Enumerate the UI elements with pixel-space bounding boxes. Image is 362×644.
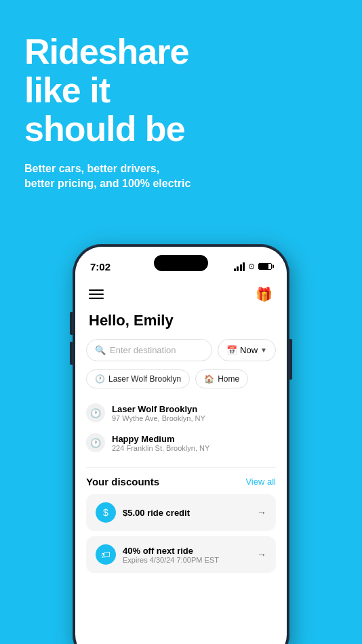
wifi-icon: ⊙ <box>248 262 255 271</box>
discount-card-1[interactable]: 🏷 40% off next ride Expires 4/30/24 7:00… <box>86 536 276 573</box>
recent-list: 🕐 Laser Wolf Brooklyn 97 Wythe Ave, Broo… <box>75 398 287 467</box>
recent-text-0: Laser Wolf Brooklyn 97 Wythe Ave, Brookl… <box>112 404 205 422</box>
app-header: 🎁 <box>75 277 287 309</box>
discount-info-1: 40% off next ride Expires 4/30/24 7:00PM… <box>123 546 219 564</box>
hero-title-line2: like it <box>24 71 110 110</box>
recent-history-icon-1: 🕐 <box>86 433 105 452</box>
discounts-header: Your discounts View all <box>86 476 276 487</box>
chip-label-0: Laser Wolf Brooklyn <box>108 374 181 384</box>
phone-outer: 7:02 ⊙ <box>73 244 289 644</box>
phone-mockup: 7:02 ⊙ <box>73 244 289 644</box>
greeting-text: Hello, Emily <box>89 312 174 329</box>
recent-text-1: Happy Medium 224 Franklin St, Brooklyn, … <box>112 434 209 452</box>
search-icon: 🔍 <box>95 345 106 355</box>
recent-name-1: Happy Medium <box>112 434 209 444</box>
quick-chip-0[interactable]: 🕐 Laser Wolf Brooklyn <box>86 369 190 388</box>
dynamic-island <box>154 255 208 271</box>
hero-title-line1: Rideshare <box>24 32 188 71</box>
time-picker-label: Now <box>240 345 258 355</box>
chip-label-1: Home <box>218 374 239 384</box>
chip-history-icon: 🕐 <box>95 374 105 384</box>
recent-item-1[interactable]: 🕐 Happy Medium 224 Franklin St, Brooklyn… <box>86 428 276 458</box>
status-icons: ⊙ <box>234 262 273 271</box>
view-all-button[interactable]: View all <box>245 477 276 487</box>
discount-expires-1: Expires 4/30/24 7:00PM EST <box>123 556 219 564</box>
discount-card-0[interactable]: $ $5.00 ride credit → <box>86 494 276 531</box>
battery-icon <box>258 263 272 270</box>
discount-name-0: $5.00 ride credit <box>123 508 190 518</box>
recent-name-0: Laser Wolf Brooklyn <box>112 404 205 414</box>
destination-placeholder: Enter destination <box>110 345 176 355</box>
discounts-title: Your discounts <box>86 476 159 487</box>
chip-home-icon: 🏠 <box>204 374 214 384</box>
discount-info-0: $5.00 ride credit <box>123 508 190 518</box>
hero-title-line3: should be <box>24 109 185 148</box>
hero-title: Rideshare like it should be <box>24 33 338 149</box>
gift-button[interactable]: 🎁 <box>254 285 273 304</box>
signal-icon <box>234 262 245 271</box>
recent-history-icon-0: 🕐 <box>86 403 105 422</box>
greeting-section: Hello, Emily <box>75 309 287 339</box>
status-time: 7:02 <box>90 261 110 273</box>
recent-address-1: 224 Franklin St, Brooklyn, NY <box>112 444 209 452</box>
discounts-section: Your discounts View all $ $5.00 ride cre… <box>75 468 287 584</box>
discount-left-0: $ $5.00 ride credit <box>96 502 190 523</box>
hamburger-menu-button[interactable] <box>89 289 104 299</box>
recent-address-0: 97 Wythe Ave, Brooklyn, NY <box>112 414 205 422</box>
quick-chips: 🕐 Laser Wolf Brooklyn 🏠 Home <box>75 369 287 398</box>
discount-arrow-icon-0: → <box>257 507 266 518</box>
time-picker-button[interactable]: 📅 Now ▼ <box>218 339 276 361</box>
discount-left-1: 🏷 40% off next ride Expires 4/30/24 7:00… <box>96 544 219 565</box>
dollar-icon: $ <box>96 502 116 523</box>
phone-screen: 7:02 ⊙ <box>75 247 287 644</box>
calendar-icon: 📅 <box>226 345 237 355</box>
hero-subtitle: Better cars, better drivers,better prici… <box>24 161 338 192</box>
recent-item-0[interactable]: 🕐 Laser Wolf Brooklyn 97 Wythe Ave, Broo… <box>86 398 276 428</box>
hero-section: Rideshare like it should be Better cars,… <box>0 0 362 191</box>
discount-name-1: 40% off next ride <box>123 546 219 556</box>
quick-chip-1[interactable]: 🏠 Home <box>195 369 248 388</box>
destination-input[interactable]: 🔍 Enter destination <box>86 339 212 361</box>
discount-arrow-icon-1: → <box>257 549 266 560</box>
search-area: 🔍 Enter destination 📅 Now ▼ <box>75 339 287 369</box>
chevron-down-icon: ▼ <box>260 346 267 354</box>
tag-icon: 🏷 <box>96 544 116 565</box>
